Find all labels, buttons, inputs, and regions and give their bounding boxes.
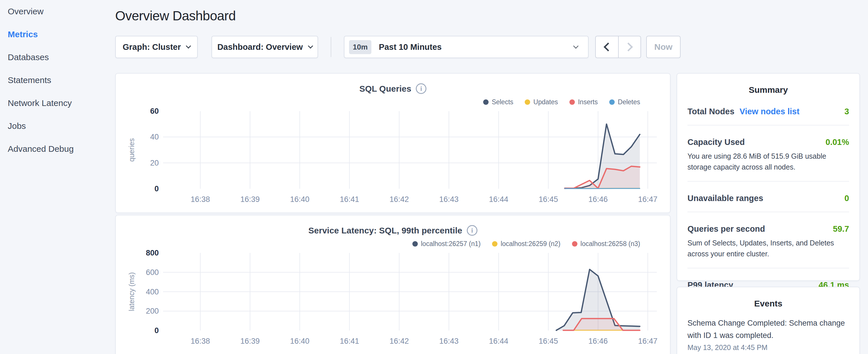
page-title: Overview Dashboard (115, 8, 236, 24)
summary-title: Summary (677, 85, 859, 95)
summary-row-label: Queries per second (687, 224, 765, 234)
y-tick-label: 800 (146, 249, 159, 257)
x-tick-label: 16:47 (638, 337, 658, 345)
x-tick-label: 16:39 (241, 337, 260, 345)
sidebar-item-overview[interactable]: Overview (0, 0, 115, 23)
x-tick-label: 16:45 (539, 337, 558, 345)
sidebar-item-statements[interactable]: Statements (0, 69, 115, 92)
y-tick-label: 40 (150, 133, 159, 141)
chevron-down-icon (308, 43, 313, 49)
time-range-dropdown[interactable]: 10m Past 10 Minutes (344, 36, 589, 58)
summary-divider (687, 181, 849, 182)
time-range-label: Past 10 Minutes (379, 42, 442, 52)
events-panel: Events Schema Change Completed: Schema c… (677, 287, 860, 354)
y-tick-label: 400 (146, 288, 159, 296)
x-tick-label: 16:40 (290, 195, 309, 204)
event-item-timestamp: May 13, 2020 at 4:45 PM (687, 344, 849, 352)
summary-row-value: 59.7 (833, 224, 849, 234)
x-tick-label: 16:42 (390, 337, 409, 345)
overview-dashboard-page: { "sidebar": { "items": [ {"label": "Ove… (0, 0, 868, 354)
x-tick-label: 16:45 (539, 195, 558, 204)
summary-row-unavailable-ranges: Unavailable ranges 0 (677, 194, 859, 203)
summary-row-label: Capacity Used (687, 137, 745, 147)
summary-divider (687, 125, 849, 125)
y-tick-label: 200 (146, 307, 159, 315)
x-tick-label: 16:46 (588, 195, 608, 204)
dashboard-dropdown-label: Dashboard: Overview (217, 42, 303, 52)
time-range-badge: 10m (349, 40, 371, 54)
x-tick-label: 16:44 (489, 195, 508, 204)
summary-row-capacity-used: Capacity Used 0.01% You are using 28.6 M… (677, 137, 859, 172)
chevron-down-icon (573, 43, 578, 49)
graph-dropdown-label: Graph: Cluster (123, 42, 181, 52)
sidebar-item-databases[interactable]: Databases (0, 46, 115, 69)
x-tick-label: 16:43 (439, 337, 459, 345)
y-axis-title: latency (ms) (127, 272, 135, 311)
x-tick-label: 16:40 (290, 337, 309, 345)
summary-row-description: Sum of Selects, Updates, Inserts, and De… (687, 238, 849, 259)
y-axis-title: queries (127, 138, 135, 162)
service-latency-chart-card: Service Latency: SQL, 99th percentile lo… (115, 215, 671, 354)
x-tick-label: 16:41 (340, 337, 359, 345)
summary-row-total-nodes: Total Nodes View nodes list 3 (677, 107, 859, 116)
x-tick-label: 16:46 (588, 337, 608, 345)
sql-queries-chart-card: SQL Queries SelectsUpdatesInsertsDeletes… (115, 73, 671, 213)
summary-row-value: 3 (844, 107, 849, 116)
y-tick-label: 600 (146, 268, 159, 277)
y-tick-label: 60 (150, 107, 159, 116)
x-tick-label: 16:41 (340, 195, 359, 204)
x-tick-label: 16:38 (191, 337, 210, 345)
summary-row-value: 0.01% (826, 137, 849, 147)
graph-dropdown[interactable]: Graph: Cluster (115, 36, 198, 58)
chevron-left-icon (603, 42, 612, 51)
toolbar-divider (331, 37, 331, 57)
sql-queries-plot[interactable]: 16:3816:3916:4016:4116:4216:4316:4416:45… (116, 74, 670, 213)
summary-divider (687, 212, 849, 212)
sidebar-item-network-latency[interactable]: Network Latency (0, 92, 115, 115)
y-tick-label: 20 (150, 159, 159, 167)
previous-time-button[interactable] (596, 36, 618, 58)
x-tick-label: 16:43 (439, 195, 459, 204)
sidebar: Overview Metrics Databases Statements Ne… (0, 0, 115, 160)
summary-row-queries-per-second: Queries per second 59.7 Sum of Selects, … (677, 224, 859, 259)
view-nodes-list-link[interactable]: View nodes list (740, 107, 800, 116)
sidebar-item-jobs[interactable]: Jobs (0, 115, 115, 137)
y-tick-label: 0 (154, 326, 159, 335)
toolbar: Graph: Cluster Dashboard: Overview 10m P… (115, 36, 681, 58)
sidebar-item-advanced-debug[interactable]: Advanced Debug (0, 137, 115, 160)
x-tick-label: 16:38 (191, 195, 210, 204)
events-title: Events (677, 299, 859, 309)
now-button[interactable]: Now (646, 36, 681, 58)
x-tick-label: 16:39 (241, 195, 260, 204)
y-tick-label: 0 (154, 185, 159, 193)
summary-row-label: Unavailable ranges (687, 194, 763, 203)
chevron-down-icon (186, 43, 191, 49)
sidebar-item-metrics[interactable]: Metrics (0, 23, 115, 46)
x-tick-label: 16:47 (638, 195, 658, 204)
dashboard-dropdown[interactable]: Dashboard: Overview (212, 36, 318, 58)
summary-row-value: 0 (844, 194, 849, 203)
time-step-buttons (595, 36, 641, 58)
summary-row-description: You are using 28.6 MiB of 515.9 GiB usab… (687, 151, 849, 172)
x-tick-label: 16:42 (390, 195, 409, 204)
next-time-button[interactable] (618, 36, 641, 58)
x-tick-label: 16:44 (489, 337, 508, 345)
chevron-right-icon (624, 42, 633, 51)
event-item-text[interactable]: Schema Change Completed: Schema change w… (687, 317, 849, 342)
summary-panel: Summary Total Nodes View nodes list 3 Ca… (677, 73, 860, 281)
summary-divider (687, 268, 849, 268)
service-latency-plot[interactable]: 16:3816:3916:4016:4116:4216:4316:4416:45… (116, 215, 670, 354)
summary-row-label: Total Nodes (687, 107, 735, 116)
